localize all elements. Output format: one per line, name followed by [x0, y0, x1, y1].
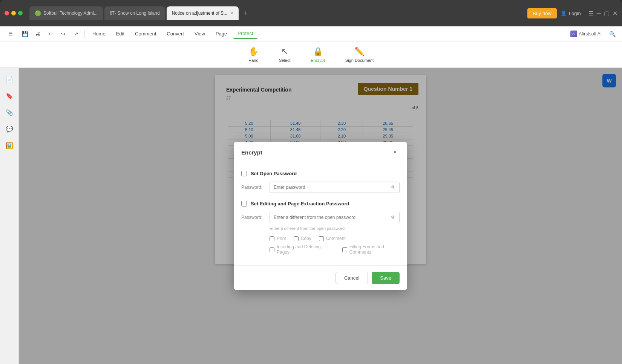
perm-print-checkbox[interactable] — [270, 236, 274, 241]
save-button[interactable]: Save — [372, 272, 400, 284]
close-dot[interactable] — [5, 11, 9, 15]
tab-label-softbull: Softbull Technology Admi... — [43, 11, 98, 16]
open-password-checkbox[interactable] — [241, 171, 247, 176]
hand-label: Hand — [248, 58, 258, 63]
tab-snow[interactable]: 67- Snow on Long Island — [104, 6, 165, 20]
app-wrapper: ☰ 💾 🖨 ↩ ↪ ↗ Home Edit Comment Convert Vi… — [0, 26, 622, 364]
buy-now-button[interactable]: Buy now — [527, 8, 557, 18]
menu-bar: ☰ 💾 🖨 ↩ ↪ ↗ Home Edit Comment Convert Vi… — [0, 26, 622, 41]
quick-action-icons: 💾 🖨 ↩ ↪ ↗ — [20, 29, 81, 39]
tab-close-notice[interactable]: × — [230, 10, 233, 16]
editing-password-row: Password: 👁 — [241, 212, 400, 223]
sidebar-comment-icon[interactable]: 💬 — [3, 122, 16, 136]
tabs-bar: 🟢 Softbull Technology Admi... 67- Snow o… — [29, 6, 524, 20]
select-label: Select — [279, 58, 291, 63]
perm-insert-delete-checkbox[interactable] — [270, 247, 274, 252]
ai-logo-icon: AI — [570, 31, 577, 37]
open-password-label: Set Open Password — [251, 171, 297, 176]
browser-window-controls — [5, 11, 23, 15]
main-area: 📄 🔖 📎 💬 🖼️ W Experimental Competition 27 — [0, 68, 622, 364]
encrypt-label: Encrypt — [311, 58, 325, 63]
menu-icon[interactable]: ☰ — [588, 10, 594, 17]
menu-protect[interactable]: Protect — [233, 29, 257, 39]
search-icon[interactable]: 🔍 — [607, 29, 617, 39]
cancel-button[interactable]: Cancel — [336, 272, 368, 284]
perm-comment-checkbox[interactable] — [319, 236, 324, 241]
save-icon[interactable]: 💾 — [20, 29, 30, 39]
menu-view[interactable]: View — [190, 29, 210, 38]
toolbar-select[interactable]: ↖ Select — [274, 44, 295, 65]
modal-title: Encrypt — [241, 149, 262, 156]
open-password-eye-icon[interactable]: 👁 — [391, 184, 396, 190]
permissions-row-1: Print Copy Comment — [241, 236, 400, 241]
editing-password-field-label: Password: — [241, 215, 270, 220]
divider-1 — [241, 197, 400, 197]
tab-label-snow: 67- Snow on Long Island — [110, 11, 160, 16]
open-password-field-label: Password: — [241, 185, 270, 190]
toolbar-encrypt[interactable]: 🔒 Encrypt — [306, 44, 329, 65]
encrypt-icon: 🔒 — [313, 47, 323, 57]
left-sidebar: 📄 🔖 📎 💬 🖼️ — [0, 68, 19, 364]
menu-edit[interactable]: Edit — [112, 29, 129, 38]
window-controls: ☰ ─ ▢ ✕ — [588, 10, 617, 17]
editing-password-input-wrap: 👁 — [270, 212, 400, 223]
document-area: W Experimental Competition 27 ✏ Question… — [19, 68, 622, 364]
perm-comment-label: Comment — [326, 236, 346, 241]
new-tab-button[interactable]: + — [240, 8, 250, 19]
modal-header: Encrypt × — [234, 142, 407, 163]
perm-filling: Filling Forms and Comments — [342, 244, 400, 255]
minimize-button[interactable]: ─ — [597, 10, 601, 17]
toolbar-hand[interactable]: ✋ Hand — [244, 44, 263, 65]
maximize-button[interactable]: ▢ — [604, 10, 610, 17]
open-password-section-header: Set Open Password — [241, 171, 400, 176]
hamburger-menu[interactable]: ☰ — [5, 29, 17, 38]
modal-body: Set Open Password Password: 👁 — [234, 163, 407, 265]
open-password-input[interactable] — [270, 182, 400, 193]
permissions-row-2: Inserting and Deleting Pages Filling For… — [241, 244, 400, 255]
browser-actions: Buy now 👤 Login ☰ ─ ▢ ✕ — [527, 8, 617, 18]
perm-insert-delete: Inserting and Deleting Pages — [270, 244, 327, 255]
expand-dot[interactable] — [18, 11, 23, 15]
login-label: Login — [569, 11, 581, 16]
browser-chrome: 🟢 Softbull Technology Admi... 67- Snow o… — [0, 0, 622, 26]
modal-footer: Cancel Save — [234, 265, 407, 290]
sidebar-thumbnail-icon[interactable]: 📄 — [3, 72, 16, 86]
share-icon[interactable]: ↗ — [71, 29, 81, 39]
editing-password-checkbox[interactable] — [241, 201, 247, 206]
sign-label: Sign Document — [345, 58, 374, 63]
editing-password-hint: Enter a different from the open password — [270, 226, 400, 231]
toolbar: ✋ Hand ↖ Select 🔒 Encrypt ✏️ Sign Docume… — [0, 41, 622, 68]
print-icon[interactable]: 🖨 — [32, 29, 43, 39]
ai-label: Afirstsoft AI — [579, 31, 602, 37]
editing-password-input[interactable] — [270, 212, 400, 223]
tab-icon-softbull: 🟢 — [35, 10, 41, 16]
modal-overlay: Encrypt × Set Open Password Password: — [19, 68, 622, 364]
hamburger-icon: ☰ — [8, 31, 13, 37]
tab-label-notice: Notice on adjustment of S... — [172, 11, 227, 16]
login-button[interactable]: 👤 Login — [561, 11, 581, 16]
perm-filling-label: Filling Forms and Comments — [349, 244, 400, 255]
perm-copy-checkbox[interactable] — [294, 236, 299, 241]
sidebar-attachment-icon[interactable]: 📎 — [3, 106, 16, 119]
window-close-button[interactable]: ✕ — [613, 10, 617, 17]
menu-page[interactable]: Page — [211, 29, 231, 38]
menu-comment[interactable]: Comment — [130, 29, 161, 38]
minimize-dot[interactable] — [11, 11, 16, 15]
modal-close-button[interactable]: × — [391, 148, 400, 157]
editing-password-label: Set Editing and Page Extraction Password — [251, 201, 349, 206]
tab-softbull[interactable]: 🟢 Softbull Technology Admi... — [29, 6, 103, 20]
perm-comment: Comment — [319, 236, 346, 241]
redo-icon[interactable]: ↪ — [58, 29, 69, 39]
editing-section-header: Set Editing and Page Extraction Password — [241, 201, 400, 206]
ai-assistant-button[interactable]: AI Afirstsoft AI — [570, 31, 602, 37]
editing-password-eye-icon[interactable]: 👁 — [391, 214, 396, 220]
perm-filling-checkbox[interactable] — [342, 247, 347, 252]
toolbar-sign[interactable]: ✏️ Sign Document — [341, 44, 378, 65]
sidebar-bookmark-icon[interactable]: 🔖 — [3, 89, 16, 102]
sidebar-pages-icon[interactable]: 🖼️ — [3, 139, 16, 152]
menu-home[interactable]: Home — [88, 29, 110, 38]
menu-convert[interactable]: Convert — [162, 29, 188, 38]
undo-icon[interactable]: ↩ — [45, 29, 56, 39]
tab-notice[interactable]: Notice on adjustment of S... × — [167, 6, 239, 20]
perm-insert-delete-label: Inserting and Deleting Pages — [277, 244, 327, 255]
